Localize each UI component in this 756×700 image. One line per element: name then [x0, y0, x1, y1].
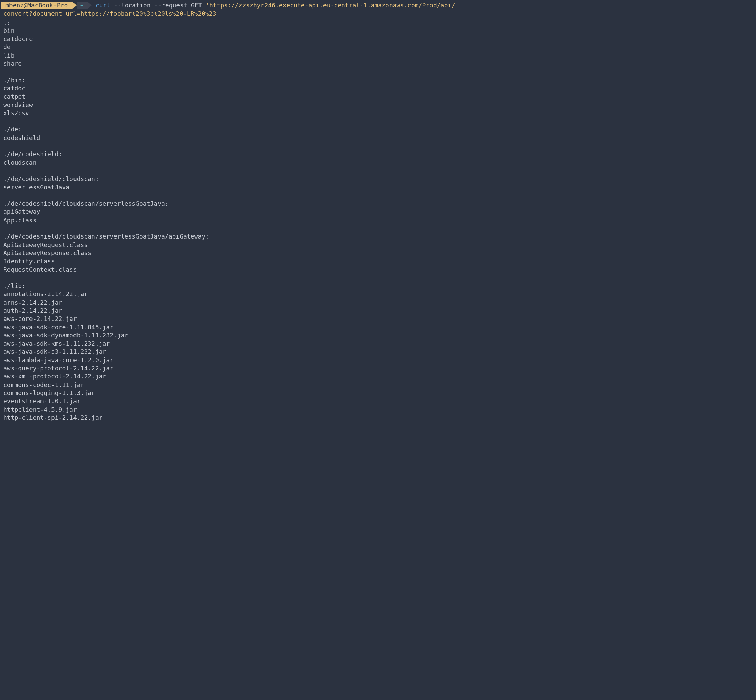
prompt-separator-icon: [87, 2, 92, 9]
prompt-path: ~: [76, 2, 87, 9]
prompt-user-host: mbenz@MacBook-Pro: [1, 2, 72, 9]
command-args: --location --request GET: [110, 2, 206, 9]
prompt-line: mbenz@MacBook-Pro~ curl --location --req…: [0, 2, 756, 9]
command-url-part2: convert?document_url=https://foobar%20%3…: [3, 10, 220, 17]
command-url-part1: 'https://zzszhyr246.execute-api.eu-centr…: [206, 2, 455, 9]
command-text: curl --location --request GET 'https://z…: [92, 2, 455, 9]
command-curl: curl: [95, 2, 110, 9]
terminal-output: .: bin catdocrc de lib share ./bin: catd…: [0, 18, 756, 422]
terminal-window[interactable]: mbenz@MacBook-Pro~ curl --location --req…: [0, 0, 756, 422]
prompt-separator-icon: [72, 2, 76, 9]
command-url-wrap: convert?document_url=https://foobar%20%3…: [0, 9, 756, 18]
svg-marker-0: [72, 2, 76, 9]
svg-marker-2: [87, 2, 92, 9]
